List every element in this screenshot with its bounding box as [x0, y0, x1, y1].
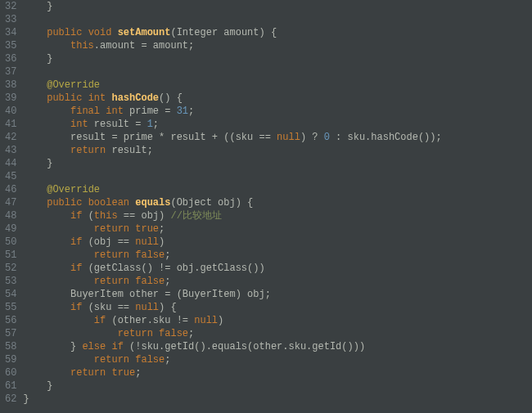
- token-punct: ;: [153, 119, 159, 130]
- token-kw: if: [94, 315, 112, 326]
- code-editor[interactable]: 3233343536373839404142434445464748495051…: [0, 0, 532, 413]
- token-punct: }: [70, 341, 82, 352]
- token-kw: public: [47, 197, 88, 209]
- code-line[interactable]: return false;: [23, 249, 532, 262]
- code-line[interactable]: @Override: [23, 183, 532, 196]
- line-number-gutter: 3233343536373839404142434445464748495051…: [0, 0, 23, 413]
- token-punct: () {: [159, 92, 183, 104]
- token-kw: if: [70, 210, 88, 222]
- token-kw: false: [159, 328, 188, 339]
- line-number: 57: [5, 327, 16, 340]
- code-line[interactable]: if (this == obj) //比较地址: [23, 209, 532, 222]
- token-ann: @Override: [47, 79, 100, 91]
- code-area[interactable]: } public void setAmount(Integer amount) …: [23, 0, 532, 413]
- line-number: 49: [5, 222, 16, 236]
- token-kw: return: [118, 328, 159, 339]
- token-punct: }: [47, 380, 52, 392]
- token-kw: false: [135, 249, 165, 261]
- token-punct: ) ?: [300, 132, 324, 143]
- code-line[interactable]: } else if (!sku.getId().equals(other.sku…: [23, 340, 532, 353]
- token-punct: .amount = amount;: [94, 40, 194, 52]
- code-line[interactable]: return false;: [23, 353, 532, 366]
- token-kw: int: [70, 119, 94, 130]
- code-line[interactable]: [23, 13, 532, 26]
- code-line[interactable]: int result = 1;: [23, 118, 532, 131]
- line-number: 33: [5, 13, 16, 26]
- token-punct: == obj): [124, 210, 171, 222]
- token-kw: return: [94, 354, 135, 366]
- line-number: 52: [5, 262, 16, 275]
- token-id: prime =: [129, 105, 177, 117]
- code-line[interactable]: BuyerItem other = (BuyerItem) obj;: [23, 288, 532, 301]
- token-kw: void: [88, 27, 118, 38]
- code-line[interactable]: public boolean equals(Object obj) {: [23, 196, 532, 209]
- token-kw: null: [194, 315, 218, 326]
- token-punct: ;: [135, 367, 141, 379]
- token-punct: (Object obj) {: [170, 197, 253, 209]
- token-punct: ;: [159, 223, 165, 235]
- code-line[interactable]: return true;: [23, 222, 532, 236]
- code-line[interactable]: public void setAmount(Integer amount) {: [23, 26, 532, 39]
- token-kw: this: [70, 40, 94, 52]
- token-punct: (!sku.getId().equals(other.sku.getId())): [129, 341, 365, 352]
- code-line[interactable]: if (obj == null): [23, 236, 532, 249]
- line-number: 34: [5, 26, 16, 39]
- code-line[interactable]: }: [23, 52, 532, 65]
- code-line[interactable]: [23, 170, 532, 183]
- line-number: 32: [5, 0, 16, 13]
- token-punct: ): [218, 315, 223, 326]
- line-number: 60: [5, 366, 16, 379]
- token-kw: false: [135, 276, 165, 287]
- code-line[interactable]: return false;: [23, 275, 532, 288]
- code-line[interactable]: return result;: [23, 144, 532, 157]
- line-number: 53: [5, 275, 16, 288]
- line-number: 61: [5, 379, 16, 393]
- code-line[interactable]: if (other.sku != null): [23, 314, 532, 327]
- code-line[interactable]: if (getClass() != obj.getClass()): [23, 262, 532, 275]
- token-fn: equals: [135, 197, 170, 209]
- code-line[interactable]: }: [23, 379, 532, 393]
- line-number: 50: [5, 236, 16, 249]
- code-line[interactable]: this.amount = amount;: [23, 39, 532, 52]
- line-number: 39: [5, 92, 16, 105]
- token-kw: return: [94, 276, 135, 287]
- token-id: result;: [111, 145, 152, 156]
- code-line[interactable]: }: [23, 0, 532, 13]
- token-kw: if: [70, 236, 88, 248]
- token-punct: ;: [165, 354, 170, 366]
- token-punct: ;: [188, 328, 194, 339]
- code-line[interactable]: [23, 65, 532, 79]
- token-punct: ): [159, 236, 165, 248]
- token-kw: false: [135, 354, 165, 366]
- token-num: 1: [147, 119, 153, 130]
- line-number: 59: [5, 353, 16, 366]
- token-kw: true: [111, 367, 135, 379]
- token-punct: (obj ==: [88, 236, 136, 248]
- token-kw: return: [94, 223, 135, 235]
- code-line[interactable]: final int prime = 31;: [23, 105, 532, 118]
- code-line[interactable]: }: [23, 393, 532, 406]
- code-line[interactable]: if (sku == null) {: [23, 301, 532, 314]
- token-punct: }: [23, 393, 29, 405]
- line-number: 58: [5, 340, 16, 353]
- token-fn: setAmount: [118, 27, 171, 38]
- line-number: 44: [5, 157, 16, 170]
- token-punct: }: [47, 53, 52, 65]
- code-line[interactable]: return true;: [23, 366, 532, 379]
- token-id: result =: [94, 119, 147, 130]
- code-line[interactable]: }: [23, 157, 532, 170]
- code-line[interactable]: public int hashCode() {: [23, 92, 532, 105]
- code-line[interactable]: return false;: [23, 327, 532, 340]
- line-number: 40: [5, 105, 16, 118]
- token-kw: null: [135, 236, 159, 248]
- token-kw: null: [277, 132, 300, 143]
- code-line[interactable]: @Override: [23, 79, 532, 92]
- line-number: 45: [5, 170, 16, 183]
- token-punct: ;: [165, 276, 170, 287]
- token-kw: return: [70, 145, 111, 156]
- token-kw: int: [88, 92, 112, 104]
- line-number: 41: [5, 118, 16, 131]
- code-line[interactable]: result = prime * result + ((sku == null)…: [23, 131, 532, 144]
- token-kw: boolean: [88, 197, 136, 209]
- token-punct: (Integer amount) {: [170, 27, 277, 38]
